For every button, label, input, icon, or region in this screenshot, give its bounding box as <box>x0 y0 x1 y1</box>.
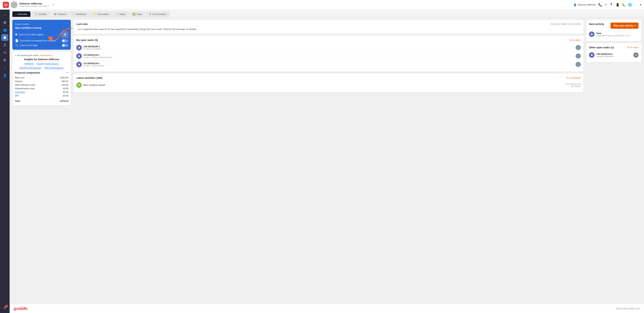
tab-workflows[interactable]: ⑂ Workflows <box>70 11 90 17</box>
workflow-running: Main workflow running <box>15 27 68 29</box>
tab-activities-icon: 📋 <box>34 13 37 16</box>
next-activity-title: Next activity <box>589 23 604 26</box>
tab-finances[interactable]: 🏛 Finances <box>51 11 70 17</box>
documents-toggle[interactable] <box>62 39 68 42</box>
user-chip: 👤 Osborne Jefferson <box>574 4 596 6</box>
task-avatar-3 <box>576 62 581 67</box>
activity-row-1: P Main workflow started 03-02-2024 11:01… <box>76 81 581 89</box>
tag-2[interactable]: branDIT Creative Agency <box>36 63 60 66</box>
task-row-1: 📋 CW-20240109-1 Created by Workflow <box>76 44 581 52</box>
edit-icon[interactable]: ✏ <box>52 4 54 6</box>
task-info-1: CW-20240109-1 Created by Workflow <box>84 45 101 50</box>
tablet-icon[interactable]: 📱 <box>616 3 620 7</box>
fin-label-debt-collection: Debt collection costs <box>15 84 35 86</box>
svg-point-5 <box>577 55 579 57</box>
monitor-highlight-box[interactable]: 🖥 <box>62 31 68 38</box>
payment-alert: ℹ No payment plan active Terminated: 2 <box>15 54 68 57</box>
tab-overview[interactable]: ↓ Overview <box>12 11 30 17</box>
case-status-menu[interactable]: ⋯ <box>66 22 69 25</box>
fin-label-interest: Interest <box>15 80 22 83</box>
svg-point-4 <box>576 48 580 50</box>
sidebar-item-bank[interactable]: 🏛 <box>1 57 8 64</box>
chevron-down-icon[interactable]: ▾ <box>640 3 641 7</box>
task-name-3[interactable]: CU-20240118-2 <box>84 62 104 65</box>
next-activity-task-sub: Scheduled to start on 03-02-2024 17:59 <box>596 35 630 37</box>
insights-title: Insights for Osborne Jefferson <box>15 58 68 61</box>
activity-meta-1: 03-02-2024 11:01 By: System <box>566 83 581 87</box>
status-row-3: 🔧 Case is not in legal <box>15 44 68 47</box>
tab-overview-label: Overview <box>18 13 27 16</box>
task-row-3: 📋 CU-20240118-2 Custom - Finance Check <box>76 60 581 69</box>
next-activity-task-info: Task Scheduled to start on 03-02-2024 17… <box>596 32 630 37</box>
other-task-name-1[interactable]: CW-20240118-2 <box>596 53 614 55</box>
other-tasks-card: Other open tasks (1) Go to tasks 📋 CW-20… <box>586 43 641 62</box>
sidebar-item-database[interactable]: 🗄 <box>1 42 8 49</box>
app-logo[interactable] <box>3 2 9 8</box>
fin-value-total: £573.54 <box>60 100 68 102</box>
more-icon[interactable]: ⋯ <box>634 3 637 7</box>
tab-conversations[interactable]: ✉ Conversations <box>146 11 170 17</box>
insights-tags: BDTBG71 branDIT Creative Agency WordPres… <box>15 63 68 70</box>
sidebar-item-home[interactable]: ⌂ <box>1 11 8 18</box>
tab-notes[interactable]: 📝 Notes <box>112 11 129 17</box>
email-icon[interactable]: ✉ <box>604 3 607 7</box>
legal-toggle[interactable] <box>62 44 68 47</box>
sidebar-item-cases[interactable]: 📋 <box>1 34 8 41</box>
fin-label-total: Total <box>15 100 20 102</box>
activities-header: Latest activities (350) Go to activities <box>76 76 581 79</box>
task-name-2[interactable]: CU-20240118-1 <box>84 54 112 56</box>
my-tasks-header: My open tasks (3) Go to tasks <box>76 39 581 42</box>
task-avatar-2 <box>576 54 581 59</box>
fin-label-admin: Administrative costs <box>15 87 35 90</box>
financial-menu-icon[interactable]: ⋯ <box>66 71 68 74</box>
sidebar-item-users[interactable]: 👥 <box>1 27 8 33</box>
tab-activities[interactable]: 📋 Activities <box>31 11 50 17</box>
tab-documents[interactable]: 📁 Documents <box>90 11 112 17</box>
tab-tasks-icon: ✅ <box>133 13 136 16</box>
pin-icon[interactable]: 📍 <box>610 3 613 7</box>
fin-label-legal[interactable]: Legal fees <box>15 91 25 93</box>
go-to-tasks-link[interactable]: Go to tasks <box>570 39 581 41</box>
avatar: ♂ <box>11 1 18 8</box>
lr-avatar: LR <box>633 53 638 58</box>
tab-workflows-icon: ⑂ <box>74 13 75 16</box>
last-note-title: Last note <box>76 23 88 26</box>
task-info-2: CU-20240118-1 Custom - Review communicat… <box>84 54 112 58</box>
tab-tasks[interactable]: ✅ Tasks <box>130 11 145 17</box>
sidebar-item-dashboard[interactable]: ▦ <box>1 19 8 26</box>
fin-row-legal: Legal fees £0.00 <box>15 90 68 94</box>
plan-new-activity-button[interactable]: Plan new activity ▾ <box>610 23 638 29</box>
debt-support-text: Case is not in debt support <box>19 33 43 36</box>
task-sub-3: Custom - Finance Check <box>84 65 104 67</box>
sidebar-item-mail[interactable]: ✉ <box>1 49 8 56</box>
latest-activities-card: Latest activities (350) Go to activities… <box>74 74 584 92</box>
status-label-2: 📄 Documents not required from customer <box>15 39 56 42</box>
globe-icon[interactable]: 🌐 <box>628 3 632 7</box>
phone-icon[interactable]: 📞 <box>598 3 602 7</box>
sidebar-item-workflow[interactable]: ⑂ <box>1 64 8 71</box>
fin-row-interest: Interest £83.54 <box>15 80 68 83</box>
debt-support-icon: ✱ <box>15 33 17 36</box>
other-tasks-header: Other open tasks (1) Go to tasks <box>589 46 638 49</box>
svg-point-7 <box>577 63 579 65</box>
sidebar-item-team[interactable]: 👤 <box>1 72 8 79</box>
sidebar-item-settings[interactable]: ⚙ 4 <box>1 304 8 311</box>
bug-icon[interactable]: 🐛 <box>622 3 626 7</box>
tag-1[interactable]: BDTBG71 <box>24 63 35 66</box>
tag-3[interactable]: WordPress Development <box>18 67 42 70</box>
activity-name-1: Main workflow started <box>84 84 105 86</box>
tab-workflows-label: Workflows <box>76 13 86 16</box>
header-left: ♂ Osborne Jefferson Case owner number: A… <box>3 1 574 8</box>
guidde-tagline: Made with guidde.com <box>616 307 640 310</box>
notification-badge: 4 <box>5 305 8 307</box>
tab-bar: ↓ Overview 📋 Activities 🏛 Finances ⑂ Wor… <box>10 10 644 17</box>
go-to-activities-link[interactable]: Go to activities <box>566 77 581 79</box>
task-sub-1: Created by Workflow <box>84 48 101 50</box>
status-items: ✱ Case is not in debt support 🖥 📄 <box>15 31 68 47</box>
other-tasks-go-link[interactable]: Go to tasks <box>627 46 638 49</box>
terminated-link[interactable]: Terminated: 2 <box>40 54 52 57</box>
tab-overview-icon: ↓ <box>16 13 17 16</box>
activity-date-1: 03-02-2024 11:01 <box>566 83 581 85</box>
task-name-1[interactable]: CW-20240109-1 <box>84 45 101 48</box>
tag-4[interactable]: Debt_BreathingSpace <box>43 67 64 70</box>
